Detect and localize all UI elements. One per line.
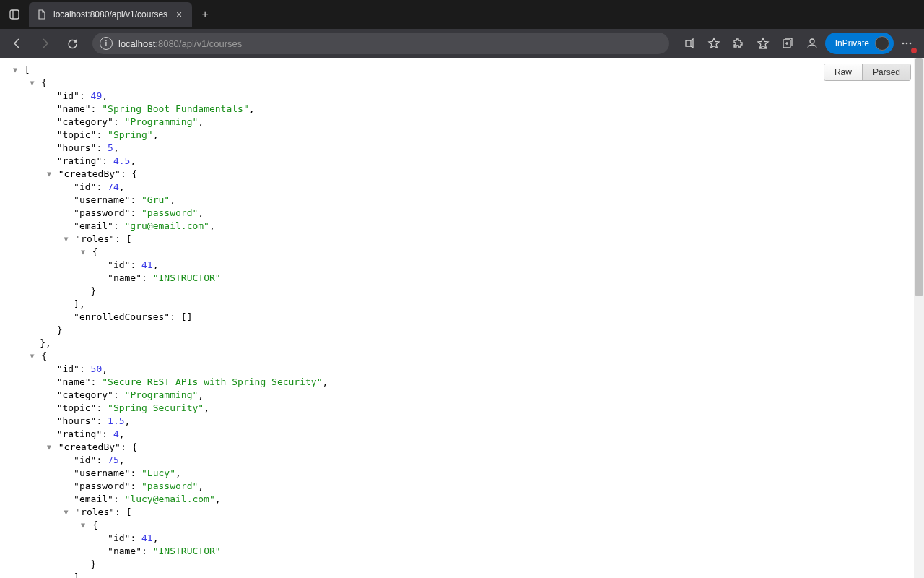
svg-point-9 <box>910 43 912 45</box>
tab-actions-icon[interactable] <box>4 4 25 25</box>
avatar <box>875 36 889 51</box>
inprivate-badge[interactable]: InPrivate <box>825 33 894 54</box>
content-area: Raw Parsed ▼ [ ▼ { "id": 49, "name": "Sp… <box>0 58 924 578</box>
profile-icon[interactable] <box>801 32 824 55</box>
new-tab-button[interactable]: + <box>195 4 215 25</box>
json-viewer[interactable]: ▼ [ ▼ { "id": 49, "name": "Spring Boot F… <box>0 58 924 578</box>
page-icon <box>36 9 48 20</box>
svg-point-7 <box>902 43 905 45</box>
scrollbar-thumb[interactable] <box>915 58 923 296</box>
svg-rect-0 <box>10 10 19 19</box>
forward-button[interactable] <box>33 32 56 55</box>
notification-badge <box>911 48 917 53</box>
toolbar: i localhost:8080/api/v1/courses InPrivat… <box>0 29 924 58</box>
more-icon[interactable] <box>895 32 918 55</box>
read-aloud-icon[interactable] <box>678 32 701 55</box>
browser-tab[interactable]: localhost:8080/api/v1/courses × <box>29 2 192 27</box>
view-toggle: Raw Parsed <box>824 64 911 81</box>
inprivate-label: InPrivate <box>835 38 869 48</box>
scrollbar[interactable] <box>914 58 924 578</box>
svg-point-6 <box>810 39 814 43</box>
extensions-icon[interactable] <box>727 32 750 55</box>
parsed-button[interactable]: Parsed <box>862 64 910 80</box>
svg-point-8 <box>906 43 908 45</box>
favorites-bar-icon[interactable] <box>751 32 775 55</box>
url-text: localhost:8080/api/v1/courses <box>118 38 242 49</box>
titlebar: localhost:8080/api/v1/courses × + <box>0 0 924 29</box>
site-info-icon[interactable]: i <box>100 37 113 50</box>
collections-icon[interactable] <box>776 32 799 55</box>
tab-title: localhost:8080/api/v1/courses <box>53 9 167 20</box>
close-icon[interactable]: × <box>173 9 185 20</box>
favorite-icon[interactable] <box>702 32 725 55</box>
address-bar[interactable]: i localhost:8080/api/v1/courses <box>92 33 669 54</box>
raw-button[interactable]: Raw <box>824 64 862 80</box>
back-button[interactable] <box>6 32 29 55</box>
refresh-button[interactable] <box>61 32 84 55</box>
